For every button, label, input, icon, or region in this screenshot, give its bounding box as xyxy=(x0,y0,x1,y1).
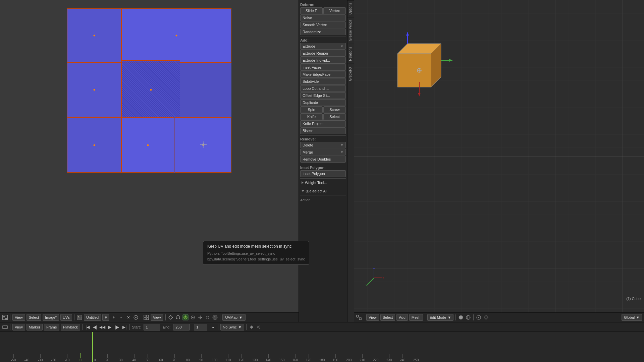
slide-e-button[interactable]: Slide E xyxy=(300,7,323,14)
uv-face-bottom-left[interactable] xyxy=(67,117,121,173)
extrude-region-button[interactable]: Extrude Region xyxy=(300,50,346,57)
svg-point-27 xyxy=(213,315,217,320)
3d-add-menu[interactable]: Add xyxy=(396,314,408,321)
no-sync-label: No Sync xyxy=(223,325,237,329)
subdivide-button[interactable]: Subdivide xyxy=(300,78,346,85)
remove-doubles-button[interactable]: Remove Doubles xyxy=(300,156,346,163)
magnet-icon[interactable] xyxy=(175,314,181,320)
3d-view-menu[interactable]: View xyxy=(366,314,379,321)
spin-button[interactable]: Spin xyxy=(300,106,323,113)
step-forward-icon[interactable]: |▶ xyxy=(114,324,120,330)
timeline-editor-icon[interactable] xyxy=(2,324,8,330)
uv-face-top-left[interactable] xyxy=(67,8,121,63)
wireframe-icon[interactable] xyxy=(465,314,471,320)
move-icon[interactable] xyxy=(197,314,203,320)
timeline-tick: 10 xyxy=(87,354,101,362)
x-icon[interactable]: ✕ xyxy=(125,314,131,320)
no-sync-arrow: ▼ xyxy=(238,325,242,329)
audio-icon[interactable] xyxy=(256,324,262,330)
tick-line xyxy=(27,354,27,358)
delete-dropdown[interactable]: Delete ▼ xyxy=(300,142,346,148)
uv-face-selected[interactable] xyxy=(121,60,180,119)
global-wrapper: Global ▼ xyxy=(622,314,642,321)
keyframe-icon[interactable] xyxy=(249,324,255,330)
play-reverse-icon[interactable]: ◀◀ xyxy=(99,324,105,330)
weight-tool-collapsed[interactable]: Weight Tool... xyxy=(300,180,346,185)
uvs-menu[interactable]: UVs xyxy=(60,314,72,321)
uv-face-top-right[interactable] xyxy=(121,8,231,63)
deselect-all-section[interactable]: {De}select All xyxy=(300,188,346,194)
extrude-indiv-button[interactable]: Extrude Individ... xyxy=(300,57,346,64)
jump-end-icon[interactable]: ▶| xyxy=(121,324,127,330)
screw-button[interactable]: Screw xyxy=(323,106,346,113)
view-menu[interactable]: View xyxy=(12,314,25,321)
duplicate-button[interactable]: Duplicate xyxy=(300,99,346,106)
uv-dot xyxy=(176,35,177,37)
global-btn[interactable]: Global ▼ xyxy=(622,314,642,321)
tl-marker-menu[interactable]: Marker xyxy=(26,324,43,330)
snap-icon[interactable] xyxy=(168,314,174,320)
tl-view-menu[interactable]: View xyxy=(12,324,25,330)
timeline-playhead[interactable] xyxy=(92,332,93,362)
noise-button[interactable]: Noise xyxy=(300,14,346,21)
options-tab[interactable]: Options xyxy=(347,0,354,17)
tl-playback-menu[interactable]: Playback xyxy=(61,324,80,330)
subtract-icon[interactable]: - xyxy=(118,314,124,320)
jump-start-icon[interactable]: |◀ xyxy=(85,324,91,330)
grease-pencil-tab[interactable]: Grease Pencil xyxy=(347,17,354,44)
filename-btn[interactable]: Untitled xyxy=(84,314,101,321)
uv-editor-toolbar: View Select Image* UVs Untitled F + - ✕ xyxy=(0,312,299,322)
edit-mode-btn[interactable]: Edit Mode ▼ xyxy=(427,314,453,321)
inset-faces-button[interactable]: Inset Faces xyxy=(300,64,346,71)
step-back-icon[interactable]: ◀| xyxy=(92,324,98,330)
proportional-edit-icon[interactable] xyxy=(476,314,482,320)
uv-face-bottom-center[interactable] xyxy=(121,117,174,173)
uv-face-bottom-right[interactable] xyxy=(175,117,231,173)
viewport-shading-icon[interactable] xyxy=(458,314,464,320)
randomize-button[interactable]: Randomize xyxy=(300,28,346,35)
image-menu[interactable]: Image* xyxy=(43,314,59,321)
knife-button[interactable]: Knife xyxy=(300,113,323,120)
3d-mesh-menu[interactable]: Mesh xyxy=(409,314,423,321)
relations-tab[interactable]: Relations xyxy=(347,44,354,64)
rotate-icon[interactable] xyxy=(205,314,211,320)
end-frame-input[interactable]: 250 xyxy=(173,324,190,330)
loop-cut-button[interactable]: Loop Cut and ... xyxy=(300,85,346,92)
snap-3d-icon[interactable] xyxy=(483,314,489,320)
proportional-icon[interactable] xyxy=(190,314,196,320)
extrude-dropdown[interactable]: Extrude ▼ xyxy=(300,43,346,50)
view-mode-icon[interactable] xyxy=(143,314,149,320)
view-btn[interactable]: View xyxy=(151,314,163,321)
shading-sphere-icon[interactable] xyxy=(212,314,218,320)
frame-stepper-up[interactable]: ▲ xyxy=(210,324,216,330)
current-frame-input[interactable]: 1 xyxy=(194,324,207,330)
timeline-tick: 100 xyxy=(208,354,221,362)
smooth-vertex-button[interactable]: Smooth Vertex xyxy=(300,21,346,28)
select-button[interactable]: Select xyxy=(323,113,346,120)
uv-face-mid-left[interactable] xyxy=(67,63,121,117)
select-menu[interactable]: Select xyxy=(26,314,42,321)
inset-polygon-button[interactable]: Inset Polygon xyxy=(300,170,346,177)
add-icon[interactable]: + xyxy=(111,314,117,320)
vertex-button[interactable]: Vertex xyxy=(323,7,346,14)
f-button[interactable]: F xyxy=(102,314,109,321)
greasefx-tab[interactable]: GrebleFX xyxy=(347,64,354,84)
viewport-canvas: X Z Y (1) Cube xyxy=(354,0,644,312)
browse-icon[interactable] xyxy=(133,314,139,320)
main-area: View Select Image* UVs Untitled F + - ✕ xyxy=(0,0,644,322)
image-icon[interactable] xyxy=(76,314,83,320)
tl-frame-menu[interactable]: Frame xyxy=(44,324,59,330)
merge-dropdown[interactable]: Merge ▼ xyxy=(300,149,346,156)
make-edge-face-button[interactable]: Make Edge/Face xyxy=(300,71,346,78)
no-sync-btn[interactable]: No Sync ▼ xyxy=(220,324,244,330)
sync-icon[interactable] xyxy=(182,314,189,320)
uvmap-button[interactable]: UVMap ▼ xyxy=(222,314,246,321)
3d-select-menu[interactable]: Select xyxy=(380,314,395,321)
bisect-button[interactable]: Bisect xyxy=(300,127,346,134)
offset-edge-button[interactable]: Offset Edge Sli... xyxy=(300,92,346,99)
start-frame-input[interactable]: 1 xyxy=(144,324,160,330)
knife-project-button[interactable]: Knife Project xyxy=(300,120,346,127)
editor-type-icon[interactable] xyxy=(2,314,8,320)
3d-editor-icon[interactable] xyxy=(356,314,362,320)
play-icon[interactable]: ▶ xyxy=(107,324,113,330)
